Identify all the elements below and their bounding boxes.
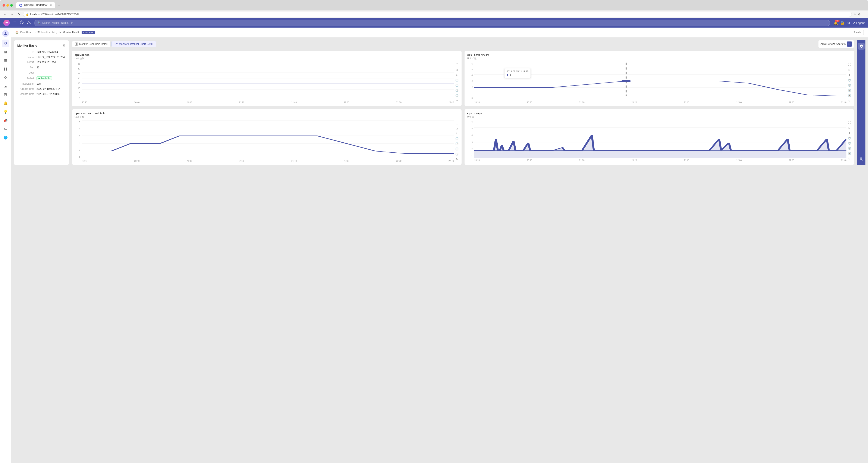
breadcrumb-dashboard[interactable]: DashBoard [20, 31, 33, 34]
status-label: Status [17, 76, 36, 80]
expand-icon[interactable]: ⛶ [455, 63, 459, 67]
sidebar-item-tag[interactable]: 🏷 [2, 125, 9, 133]
history-icon-10[interactable]: 🕑 [455, 142, 459, 146]
monitor-intervals-row: Intervals(s) 10s [17, 82, 66, 85]
collapse-icon-3[interactable]: ⊡ [455, 126, 459, 131]
collapse-icon[interactable]: ⊡ [455, 68, 459, 72]
settings-icon[interactable]: ⚙ [847, 21, 850, 25]
tab-realtime[interactable]: Monitor Real-Time Detail [72, 41, 111, 47]
menu-button[interactable]: ⋮ [863, 12, 865, 16]
sidebar-item-cloud[interactable]: ☁ [2, 82, 9, 90]
download-icon[interactable]: ⬇ [455, 73, 459, 77]
cpu-context-switch-svg-container: 20:2020:4021:0021:2021:4022:0022:2022:40 [82, 120, 454, 162]
sidebar-item-apparel[interactable] [2, 91, 9, 98]
breadcrumb-monitor-list-icon: ☰ [37, 31, 40, 34]
sidebar-item-alert[interactable]: 🔔 [2, 99, 9, 107]
browser-tab[interactable]: 监控详情 - HertzBeat ✕ [16, 2, 55, 8]
os-badge: OS Linux [82, 31, 95, 34]
host-value: 103.239.101.234 [36, 61, 66, 64]
browser-titlebar: 监控详情 - HertzBeat ✕ + [0, 0, 868, 10]
monitor-basic-settings-icon[interactable]: ⚙ [63, 44, 66, 47]
breadcrumb-monitor-list[interactable]: Monitor List [41, 31, 55, 34]
app-logo [3, 20, 10, 26]
right-panel-settings-icon[interactable] [858, 43, 865, 50]
search-bar[interactable]: 🔍 Search: Monitor Name、IP [34, 20, 830, 26]
forward-button[interactable]: → [9, 12, 14, 17]
port-label: Port [17, 66, 36, 69]
help-icon: ? [854, 31, 855, 34]
create-time-label: Create Time [17, 87, 36, 90]
sidebar-item-announce[interactable]: 📣 [2, 116, 9, 124]
help-button[interactable]: ? Help [851, 30, 864, 35]
history-icon-8[interactable]: 🕓 [847, 93, 851, 98]
svg-line-4 [28, 22, 29, 23]
user-avatar[interactable] [2, 30, 9, 37]
sidebar-item-light[interactable]: 💡 [2, 108, 9, 116]
refresh-chart-icon[interactable]: ↻ [455, 98, 459, 103]
history-icon-9[interactable]: 🕐 [455, 137, 459, 141]
cpu-interrupt-chart-with-icons: 6 5 4 3 2 1 0 [467, 62, 851, 104]
add-tab-button[interactable]: + [58, 3, 60, 7]
minimize-window-button[interactable] [6, 4, 9, 7]
refresh-chart-icon-4[interactable]: ↻ [847, 156, 851, 161]
charts-grid: cpu.cores Unit 核数 35 30 25 20 [72, 51, 854, 165]
bookmark-button[interactable]: ☆ [854, 12, 856, 16]
sidebar-item-custom[interactable] [2, 74, 9, 82]
url-bar[interactable]: 🔒 localhost:4200/monitors/14309971557606… [23, 12, 852, 17]
history-icon-3[interactable]: 🕒 [455, 88, 459, 92]
svg-point-6 [5, 32, 6, 34]
search-icon: 🔍 [37, 21, 40, 24]
refresh-button[interactable]: ↻ [847, 41, 852, 47]
cpu-usage-chart-card: cpu.usage Unit % 6 5 4 3 [464, 109, 854, 165]
close-window-button[interactable] [3, 4, 5, 7]
history-icon-12[interactable]: 🕓 [455, 152, 459, 156]
history-icon-13[interactable]: 🕐 [847, 136, 851, 140]
maximize-window-button[interactable] [10, 4, 13, 7]
refresh-chart-icon-3[interactable]: ↻ [455, 157, 459, 162]
sidebar-toggle-icon[interactable]: ☰ [13, 21, 16, 25]
tab-close-button[interactable]: ✕ [50, 4, 52, 7]
collapse-icon-2[interactable]: ⊡ [847, 68, 851, 72]
history-icon-4[interactable]: 🕓 [455, 93, 459, 98]
history-icon-14[interactable]: 🕑 [847, 141, 851, 145]
page-body: Monitor Basic ⚙ ID 143099715576064 Name … [11, 38, 868, 168]
history-icon-5[interactable]: 🕐 [847, 78, 851, 82]
lock-icon[interactable]: 🔐 [840, 21, 845, 25]
logout-button[interactable]: ↗ Logout [853, 21, 865, 25]
sidebar-item-grid[interactable] [2, 65, 9, 73]
right-panel-pin-icon[interactable] [858, 155, 865, 163]
cpu-usage-chart-icons: ⛶ ⊡ ⬇ 🕐 🕑 🕒 🕓 ↻ [847, 121, 851, 162]
back-button[interactable]: ← [3, 12, 8, 17]
monitor-status-row: Status Available [17, 76, 66, 80]
sidebar-item-globe[interactable]: 🌐 [2, 134, 9, 141]
extensions-button[interactable]: ⚙ [858, 12, 861, 16]
sitemap-icon[interactable] [27, 21, 31, 25]
history-icon-6[interactable]: 🕑 [847, 83, 851, 87]
reload-button[interactable]: ↻ [16, 12, 21, 17]
expand-icon-4[interactable]: ⛶ [847, 121, 851, 125]
cpu-context-switch-x-labels: 20:2020:4021:0021:2021:4022:0022:2022:40 [82, 160, 454, 162]
history-icon-16[interactable]: 🕓 [847, 151, 851, 155]
history-icon-2[interactable]: 🕑 [455, 83, 459, 87]
svg-line-5 [29, 22, 30, 23]
github-icon[interactable] [20, 21, 24, 25]
history-icon-7[interactable]: 🕒 [847, 88, 851, 92]
history-icon-1[interactable]: 🕐 [455, 78, 459, 82]
monitor-basic-panel: Monitor Basic ⚙ ID 143099715576064 Name … [14, 40, 69, 165]
collapse-icon-4[interactable]: ⊡ [847, 126, 851, 130]
tab-historical[interactable]: Monitor Historical Chart Detail [112, 41, 156, 47]
notification-button[interactable]: 🔔 99+ [834, 21, 838, 25]
download-icon-4[interactable]: ⬇ [847, 131, 851, 135]
sidebar-item-list[interactable]: ☰ [2, 57, 9, 64]
expand-icon-3[interactable]: ⛶ [455, 121, 459, 125]
download-icon-2[interactable]: ⬇ [847, 73, 851, 77]
download-icon-3[interactable]: ⬇ [455, 132, 459, 136]
refresh-chart-icon-2[interactable]: ↻ [847, 98, 851, 103]
cpu-cores-chart-icons: ⛶ ⊡ ⬇ 🕐 🕑 🕒 🕓 ↻ [455, 63, 459, 104]
history-icon-15[interactable]: 🕒 [847, 146, 851, 150]
logout-icon: ↗ [853, 21, 855, 25]
expand-icon-2[interactable]: ⛶ [847, 63, 851, 67]
history-icon-11[interactable]: 🕒 [455, 147, 459, 151]
sidebar-item-dashboard[interactable]: ⊞ [2, 48, 9, 56]
sidebar-item-monitor[interactable]: ⏱ [2, 39, 9, 47]
